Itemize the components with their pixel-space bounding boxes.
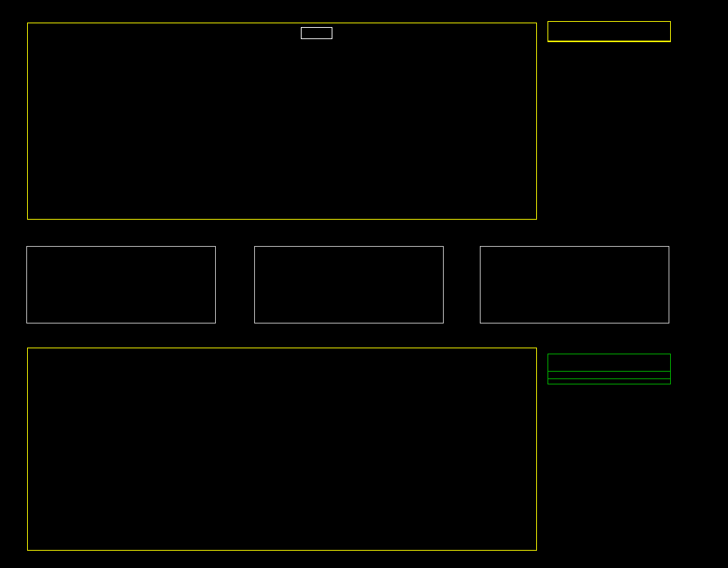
fof2-marker-label — [301, 27, 332, 39]
bottom-ionogram-plot — [27, 348, 537, 551]
aip-table-header — [548, 354, 670, 372]
thumbnail-f2-trace-canvas — [481, 247, 669, 323]
bottom-ionogram-canvas — [28, 348, 536, 550]
thumbnail-original-ionogram — [26, 246, 216, 323]
thumbnail-no-multiples-canvas — [255, 247, 443, 323]
autoscala-table-header — [548, 22, 670, 41]
top-ionogram-canvas — [28, 23, 536, 219]
aip-table-separator — [548, 378, 670, 379]
thumbnail-no-multiples — [254, 246, 444, 323]
aip-table-tec-rows — [548, 381, 670, 384]
autoscala-output-table — [548, 21, 671, 42]
aip-output-table — [548, 354, 671, 384]
top-ionogram-plot — [27, 23, 537, 220]
thumbnail-f2-trace — [480, 246, 669, 323]
app-window — [0, 0, 728, 568]
aip-table-body — [548, 372, 670, 376]
thumbnail-original-canvas — [27, 247, 215, 323]
